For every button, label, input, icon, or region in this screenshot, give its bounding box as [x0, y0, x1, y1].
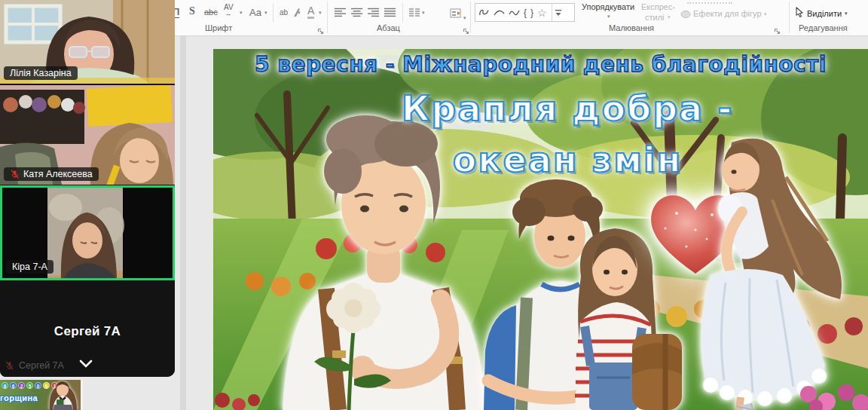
participant-name-chip: Катя Алексеева — [4, 167, 99, 181]
columns-button[interactable] — [409, 7, 420, 20]
gallery-more-icon — [555, 8, 562, 17]
justify-button[interactable] — [384, 7, 396, 20]
arrange-dropdown-icon[interactable]: ▾ — [607, 14, 610, 20]
font-group-label: Шрифт — [205, 23, 232, 32]
meeting-video-panel: Лілія Казаріна — [0, 0, 175, 377]
shape-effects-dropdown-icon: ▾ — [764, 11, 767, 17]
participant-name-chip: Лілія Казаріна — [4, 66, 78, 80]
shape-effects-icon — [680, 8, 691, 22]
curve-icon[interactable] — [494, 8, 505, 17]
align-right-button[interactable] — [368, 7, 379, 20]
select-dropdown-icon[interactable]: ▾ — [845, 11, 848, 17]
font-color-dropdown-icon[interactable]: ▾ — [319, 10, 322, 16]
background-window-thumbnail[interactable]: 6625001 горщина — [0, 380, 83, 410]
select-button[interactable]: Виділити — [807, 9, 842, 18]
change-case-dropdown-icon[interactable]: ▾ — [264, 10, 267, 16]
thumb-girl-figure — [44, 380, 81, 410]
thumb-window-edge — [81, 380, 83, 410]
video-tile-kira[interactable]: Кіра 7-А — [0, 185, 175, 280]
char-spacing-dropdown-icon[interactable]: ▾ — [240, 10, 243, 16]
cutoff-ribbon-row — [687, 0, 732, 4]
video-tile-liliya[interactable]: Лілія Казаріна — [0, 0, 175, 84]
character-spacing-button[interactable]: AV ↔ — [224, 4, 234, 17]
align-center-button[interactable] — [351, 7, 362, 20]
slide-subtitle-line2[interactable]: океан змін — [356, 139, 778, 180]
muted-mic-icon — [5, 360, 14, 371]
muted-mic-icon — [10, 169, 20, 179]
slide-subtitle-line1[interactable]: Крапля добра - — [356, 88, 778, 129]
shapes-gallery-more-button[interactable] — [552, 4, 562, 21]
paragraph-dialog-launcher-icon[interactable] — [463, 24, 469, 38]
smartart-convert-button[interactable]: ▾ — [450, 8, 466, 23]
participant-footer: Сергей 7А — [5, 360, 64, 371]
quick-styles-button[interactable]: Експрес- — [641, 2, 675, 11]
shapes-gallery[interactable]: { } ☆ — [475, 3, 575, 22]
change-case-button[interactable]: Aa — [249, 7, 261, 18]
highlight-dropdown-icon[interactable]: ▾ — [298, 10, 301, 16]
wave-icon[interactable] — [509, 8, 520, 17]
shape-effects-button[interactable]: Ефекти для фігур — [693, 9, 762, 18]
quick-styles-dropdown-icon: ▾ — [668, 14, 671, 20]
video-tile-sergey[interactable]: Сергей 7А Сергей 7А — [0, 282, 175, 377]
participant-name: Лілія Казаріна — [10, 68, 72, 78]
font-dialog-launcher-icon[interactable] — [317, 24, 324, 38]
thumbnail-pane-edge[interactable] — [180, 36, 186, 410]
left-brace-shape[interactable]: { — [524, 8, 527, 17]
quick-styles-label2: стилі — [645, 13, 665, 22]
strikethrough-s-button[interactable]: S — [189, 5, 195, 17]
highlight-label: ab — [280, 8, 288, 17]
align-left-button[interactable] — [335, 7, 346, 20]
arrange-button[interactable]: Упорядкувати — [582, 2, 634, 11]
font-color-button[interactable]: A — [307, 5, 314, 19]
participant-name: Сергей 7А — [19, 360, 64, 371]
drawing-group-label: Малювання — [609, 23, 654, 32]
paragraph-group-label: Абзац — [377, 23, 400, 32]
strikethrough-button[interactable]: abc — [204, 8, 218, 17]
select-cursor-icon — [796, 7, 804, 20]
smartart-dropdown-icon: ▾ — [463, 15, 466, 20]
participant-name: Катя Алексеева — [23, 169, 93, 179]
freeform-scribble-icon[interactable] — [478, 8, 490, 17]
star-shape[interactable]: ☆ — [537, 8, 547, 18]
right-brace-shape[interactable]: } — [530, 8, 533, 17]
editing-group-label: Редагування — [799, 23, 848, 32]
thumb-caption: горщина — [0, 393, 38, 402]
slide-title[interactable]: 5 вересня - Міжнародний день благодійнос… — [213, 52, 868, 77]
columns-dropdown-icon[interactable]: ▾ — [422, 10, 425, 16]
participant-name: Кіра 7-А — [12, 262, 47, 272]
camera-off-name: Сергей 7А — [0, 324, 175, 339]
video-tile-katya[interactable]: Катя Алексеева — [0, 85, 175, 185]
collapse-chevron-icon[interactable] — [78, 357, 93, 371]
char-spacing-arrows-icon: ↔ — [224, 11, 234, 17]
drawing-dialog-launcher-icon[interactable] — [774, 24, 781, 38]
slide-canvas[interactable]: 5 вересня - Міжнародний день благодійнос… — [213, 49, 868, 410]
participant-name-chip: Кіра 7-А — [6, 260, 53, 274]
